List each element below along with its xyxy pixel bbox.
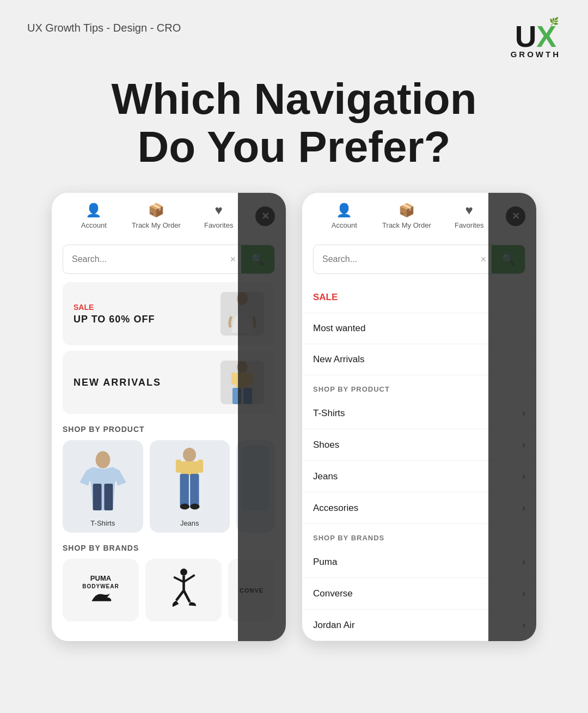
tshirt-image-area (68, 446, 138, 515)
phone2-search-input[interactable] (314, 247, 475, 272)
phone2: 👤 Account 📦 Track My Order ♥ Favorites ✕… (302, 193, 536, 641)
list-item-new-arrivals-text: New Arrivals (313, 354, 364, 365)
phone1-jeans-label: Jeans (180, 519, 199, 527)
phone1-nav-track[interactable]: 📦 Track My Order (125, 203, 188, 229)
main-heading: Which Navigation Do You Prefer? (0, 70, 588, 193)
svg-rect-13 (198, 459, 204, 472)
list-accessories-text: Accesories (313, 503, 358, 514)
list-converse-text: Converse (313, 588, 353, 599)
svg-point-10 (183, 448, 196, 462)
tshirt-person-svg (76, 450, 130, 510)
svg-point-7 (95, 451, 110, 468)
svg-point-17 (190, 503, 199, 509)
svg-line-22 (176, 590, 183, 600)
svg-rect-8 (93, 484, 101, 510)
svg-rect-9 (104, 484, 113, 510)
heading-line2: Do You Prefer? (27, 123, 561, 171)
account-icon2: 👤 (336, 203, 352, 218)
svg-rect-15 (190, 474, 199, 507)
account-icon: 👤 (85, 203, 102, 218)
heart-icon: ♥ (215, 203, 223, 218)
puma-logo-text: PUMABODYWEAR (82, 575, 119, 590)
phone1: 👤 Account 📦 Track My Order ♥ Favorites ✕… (52, 193, 286, 641)
svg-rect-14 (180, 474, 189, 507)
svg-point-16 (180, 503, 189, 509)
favorites-label2: Favorites (455, 221, 483, 229)
svg-rect-5 (231, 373, 236, 385)
account-label: Account (81, 221, 107, 229)
logo: U X 🌿 GROWTH (511, 22, 561, 59)
svg-point-18 (180, 569, 187, 576)
phone1-brand-puma[interactable]: PUMABODYWEAR (63, 559, 139, 621)
track-icon2: 📦 (399, 203, 415, 218)
track-label2: Track My Order (382, 221, 431, 229)
header-tagline: UX Growth Tips - Design - CRO (27, 22, 181, 34)
jeans-person-svg (168, 448, 211, 513)
list-puma-text: Puma (313, 557, 337, 568)
phone1-product-tshirts[interactable]: T-Shirts (63, 440, 143, 533)
track-icon: 📦 (148, 203, 164, 218)
list-item-sale-text: SALE (313, 292, 338, 303)
svg-line-21 (183, 575, 194, 582)
tagline-text: UX Growth Tips - Design - CRO (27, 22, 181, 34)
list-jeans-text: Jeans (313, 471, 338, 482)
jordan-logo-text (169, 568, 199, 613)
phone1-brand-jordan[interactable] (145, 559, 222, 621)
phone1-product-jeans[interactable]: Jeans (150, 440, 230, 533)
heart-icon2: ♥ (465, 203, 473, 218)
phone2-nav-track[interactable]: 📦 Track My Order (376, 203, 438, 229)
svg-rect-12 (176, 459, 181, 472)
puma-cat-icon (87, 590, 114, 604)
phones-container: 👤 Account 📦 Track My Order ♥ Favorites ✕… (0, 193, 588, 641)
sale-label: SALE (74, 303, 155, 312)
track-label: Track My Order (132, 221, 181, 229)
list-tshirts-text: T-Shirts (313, 408, 345, 419)
jeans-image-area (155, 446, 225, 515)
account-label2: Account (332, 221, 357, 229)
list-jordan-text: Jordan Air (313, 620, 355, 631)
svg-line-23 (183, 590, 189, 602)
svg-line-20 (174, 577, 183, 582)
sale-text: UP TO 60% OFF (74, 314, 155, 325)
phone1-tshirts-label: T-Shirts (90, 519, 115, 527)
phone2-nav-account[interactable]: 👤 Account (313, 203, 376, 229)
header: UX Growth Tips - Design - CRO U X 🌿 GROW… (0, 0, 588, 70)
heading-line1: Which Navigation (27, 75, 561, 123)
list-shoes-text: Shoes (313, 440, 339, 450)
logo-u: U (515, 22, 537, 52)
new-arrivals-text: NEW ARRIVALS (74, 377, 161, 388)
jordan-jumpman-icon (169, 568, 199, 608)
logo-x: X 🌿 (536, 22, 556, 52)
favorites-label: Favorites (204, 221, 233, 229)
phone1-nav-account[interactable]: 👤 Account (63, 203, 125, 229)
list-item-most-wanted-text: Most wanted (313, 323, 365, 334)
phone1-dark-overlay (238, 193, 286, 641)
phone2-dark-overlay (488, 193, 536, 641)
phone1-search-input[interactable] (63, 247, 224, 272)
svg-rect-11 (181, 461, 199, 476)
